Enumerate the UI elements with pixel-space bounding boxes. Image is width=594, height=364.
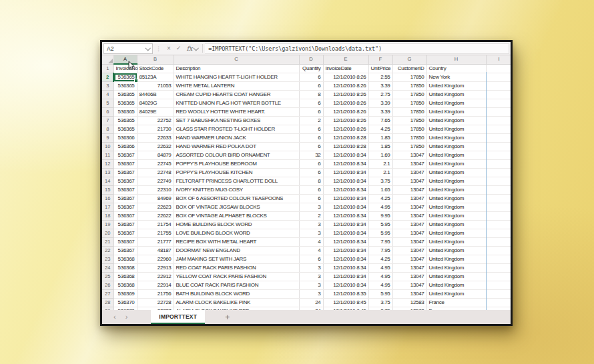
cell-C12[interactable]: POPPY'S PLAYHOUSE BEDROOM	[174, 160, 299, 169]
row-header-11[interactable]: 11	[102, 151, 113, 160]
cell-C3[interactable]: WHITE METAL LANTERN	[174, 82, 299, 91]
cell-A20[interactable]: 536367	[113, 229, 137, 238]
cell-F25[interactable]: 4.95	[368, 273, 392, 281]
cell-D11[interactable]: 32	[299, 151, 323, 160]
cell-F7[interactable]: 7.65	[368, 117, 392, 125]
cell-H4[interactable]: United Kingdom	[426, 91, 486, 99]
row-header-25[interactable]: 25	[102, 273, 113, 281]
cell-C22[interactable]: DOORMAT NEW ENGLAND	[174, 247, 299, 255]
cell-G6[interactable]: 17850	[392, 108, 426, 117]
add-sheet-button[interactable]: +	[225, 313, 230, 321]
cell-A26[interactable]: 536368	[113, 281, 137, 290]
cell-E22[interactable]: 12/1/2010 8:34	[323, 247, 368, 255]
cell-C8[interactable]: GLASS STAR FROSTED T-LIGHT HOLDER	[174, 125, 299, 134]
cell-A23[interactable]: 536368	[113, 255, 137, 264]
cell-A3[interactable]: 536365	[113, 82, 137, 91]
cell-H10[interactable]: United Kingdom	[426, 143, 486, 151]
cell-I10[interactable]	[486, 143, 511, 151]
cell-D26[interactable]: 3	[299, 281, 323, 290]
cell-D28[interactable]: 24	[299, 299, 323, 307]
cell-D18[interactable]: 2	[299, 212, 323, 221]
cell-A19[interactable]: 536367	[113, 221, 137, 229]
cell-H29[interactable]: France	[426, 307, 486, 311]
cell-C9[interactable]: HAND WARMER UNION JACK	[174, 134, 299, 143]
cell-B3[interactable]: 71053	[137, 82, 174, 91]
cell-C17[interactable]: BOX OF VINTAGE JIGSAW BLOCKS	[174, 203, 299, 212]
cell-B14[interactable]: 22749	[137, 177, 174, 186]
cell-H22[interactable]: United Kingdom	[426, 247, 486, 255]
cell-I7[interactable]	[486, 117, 511, 125]
cell-D15[interactable]: 6	[299, 186, 323, 195]
cell-A11[interactable]: 536367	[113, 151, 137, 160]
cell-E3[interactable]: 12/1/2010 8:26	[323, 82, 368, 91]
cell-I15[interactable]	[486, 186, 511, 195]
cell-H7[interactable]: United Kingdom	[426, 117, 486, 125]
cell-G10[interactable]: 17850	[392, 143, 426, 151]
row-header-9[interactable]: 9	[102, 134, 113, 143]
cell-E9[interactable]: 12/1/2010 8:28	[323, 134, 368, 143]
row-header-28[interactable]: 28	[102, 299, 113, 307]
cell-G20[interactable]: 13047	[392, 229, 426, 238]
row-header-12[interactable]: 12	[102, 160, 113, 169]
cell-A4[interactable]: 536365	[113, 91, 137, 99]
cell-E23[interactable]: 12/1/2010 8:34	[323, 255, 368, 264]
cell-A2[interactable]: 536365	[113, 73, 137, 82]
row-header-7[interactable]: 7	[102, 117, 113, 125]
cell-G17[interactable]: 13047	[392, 203, 426, 212]
cell-H8[interactable]: United Kingdom	[426, 125, 486, 134]
cell-G11[interactable]: 13047	[392, 151, 426, 160]
cell-C27[interactable]: BATH BUILDING BLOCK WORD	[174, 290, 299, 299]
cell-G9[interactable]: 17850	[392, 134, 426, 143]
cell-H6[interactable]: United Kingdom	[426, 108, 486, 117]
cell-A14[interactable]: 536367	[113, 177, 137, 186]
cell-C25[interactable]: YELLOW COAT RACK PARIS FASHION	[174, 273, 299, 281]
cell-B8[interactable]: 21730	[137, 125, 174, 134]
cell-E29[interactable]: 12/1/2010 8:45	[323, 307, 368, 311]
row-header-2[interactable]: 2	[102, 73, 113, 82]
cell-D14[interactable]: 8	[299, 177, 323, 186]
cell-I26[interactable]	[486, 281, 511, 290]
cell-C13[interactable]: POPPY'S PLAYHOUSE KITCHEN	[174, 169, 299, 177]
cell-H13[interactable]: United Kingdom	[426, 169, 486, 177]
cell-G23[interactable]: 13047	[392, 255, 426, 264]
row-header-4[interactable]: 4	[102, 91, 113, 99]
cell-G29[interactable]: 12583	[392, 307, 426, 311]
column-header-G[interactable]: G	[392, 55, 426, 64]
cell-G26[interactable]: 13047	[392, 281, 426, 290]
cell-F28[interactable]: 3.75	[368, 299, 392, 307]
name-box-chevron-icon[interactable]	[145, 45, 150, 51]
cell-G19[interactable]: 13047	[392, 221, 426, 229]
cell-F6[interactable]: 3.39	[368, 108, 392, 117]
cell-G2[interactable]: 17850	[392, 73, 426, 82]
cell-C28[interactable]: ALARM CLOCK BAKELIKE PINK	[174, 299, 299, 307]
cell-B22[interactable]: 48187	[137, 247, 174, 255]
cell-H15[interactable]: United Kingdom	[426, 186, 486, 195]
cell-B20[interactable]: 21755	[137, 229, 174, 238]
cell-F14[interactable]: 3.75	[368, 177, 392, 186]
row-header-14[interactable]: 14	[102, 177, 113, 186]
row-header-17[interactable]: 17	[102, 203, 113, 212]
cell-H20[interactable]: United Kingdom	[426, 229, 486, 238]
cell-C5[interactable]: KNITTED UNION FLAG HOT WATER BOTTLE	[174, 99, 299, 108]
cell-I9[interactable]	[486, 134, 511, 143]
cell-F2[interactable]: 2.55	[368, 73, 392, 82]
cell-E7[interactable]: 12/1/2010 8:26	[323, 117, 368, 125]
cell-I22[interactable]	[486, 247, 511, 255]
cell-H17[interactable]: United Kingdom	[426, 203, 486, 212]
cell-I6[interactable]	[486, 108, 511, 117]
cell-A5[interactable]: 536365	[113, 99, 137, 108]
cell-B7[interactable]: 22752	[137, 117, 174, 125]
cell-E20[interactable]: 12/1/2010 8:34	[323, 229, 368, 238]
cell-F8[interactable]: 4.25	[368, 125, 392, 134]
cell-E1[interactable]: InvoiceDate	[323, 64, 368, 73]
cell-C19[interactable]: HOME BUILDING BLOCK WORD	[174, 221, 299, 229]
cell-F1[interactable]: UnitPrice	[368, 64, 392, 73]
cell-G8[interactable]: 17850	[392, 125, 426, 134]
cell-C29[interactable]: ALARM CLOCK BAKELIKE RED	[174, 307, 299, 311]
cell-F27[interactable]: 5.95	[368, 290, 392, 299]
cell-G7[interactable]: 17850	[392, 117, 426, 125]
cell-H1[interactable]: Country	[426, 64, 486, 73]
cell-C20[interactable]: LOVE BUILDING BLOCK WORD	[174, 229, 299, 238]
column-header-D[interactable]: D	[299, 55, 323, 64]
cell-E13[interactable]: 12/1/2010 8:34	[323, 169, 368, 177]
